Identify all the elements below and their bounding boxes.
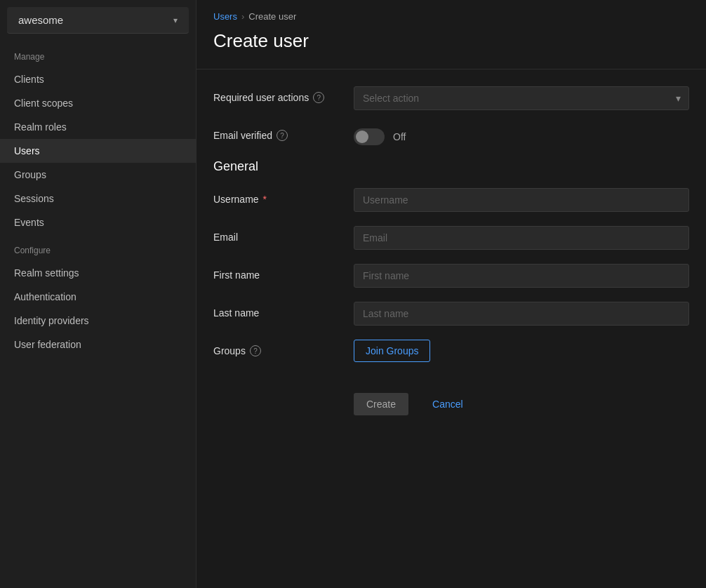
sidebar-item-events[interactable]: Events xyxy=(0,211,196,234)
email-verified-row: Email verified ? Off xyxy=(213,124,689,145)
last-name-control-wrap xyxy=(354,302,689,326)
create-button[interactable]: Create xyxy=(354,393,408,415)
create-user-form: Required user actions ? Select action Em… xyxy=(197,86,706,432)
username-label: Username * xyxy=(213,188,340,205)
required-user-actions-select-wrapper: Select action xyxy=(354,86,689,110)
email-row: Email xyxy=(213,226,689,250)
username-row: Username * xyxy=(213,188,689,212)
email-control-wrap xyxy=(354,226,689,250)
action-buttons: Create Cancel xyxy=(213,376,689,432)
manage-section-label: Manage xyxy=(0,41,196,67)
email-verified-label: Email verified ? xyxy=(213,124,340,141)
configure-section-label: Configure xyxy=(0,234,196,261)
groups-row: Groups ? Join Groups xyxy=(213,340,689,362)
required-user-actions-row: Required user actions ? Select action xyxy=(213,86,689,110)
breadcrumb: Users › Create user xyxy=(197,0,706,27)
realm-chevron: ▾ xyxy=(173,15,178,25)
required-user-actions-select[interactable]: Select action xyxy=(354,86,689,110)
general-section-heading: General xyxy=(213,159,689,174)
main-content: Users › Create user Create user Required… xyxy=(197,0,706,588)
sidebar: awesome ▾ Manage Clients Client scopes R… xyxy=(0,0,197,588)
username-control-wrap xyxy=(354,188,689,212)
required-user-actions-help-icon[interactable]: ? xyxy=(313,92,324,103)
last-name-label: Last name xyxy=(213,302,340,319)
sidebar-item-sessions[interactable]: Sessions xyxy=(0,187,196,211)
realm-selector[interactable]: awesome ▾ xyxy=(7,7,189,34)
last-name-input[interactable] xyxy=(354,302,689,326)
cancel-button[interactable]: Cancel xyxy=(420,393,476,415)
username-input[interactable] xyxy=(354,188,689,212)
join-groups-button[interactable]: Join Groups xyxy=(354,340,430,362)
first-name-control-wrap xyxy=(354,264,689,288)
first-name-input[interactable] xyxy=(354,264,689,288)
email-verified-help-icon[interactable]: ? xyxy=(277,130,288,141)
required-user-actions-label: Required user actions ? xyxy=(213,86,340,103)
groups-label: Groups ? xyxy=(213,340,340,356)
page-title: Create user xyxy=(197,27,706,69)
sidebar-item-authentication[interactable]: Authentication xyxy=(0,285,196,309)
realm-name: awesome xyxy=(18,14,63,26)
email-verified-off-label: Off xyxy=(393,131,406,142)
sidebar-item-clients[interactable]: Clients xyxy=(0,67,196,91)
email-verified-toggle[interactable] xyxy=(354,128,385,145)
groups-help-icon[interactable]: ? xyxy=(250,345,261,356)
sidebar-item-identity-providers[interactable]: Identity providers xyxy=(0,309,196,333)
page-divider xyxy=(197,69,706,69)
sidebar-item-realm-roles[interactable]: Realm roles xyxy=(0,115,196,139)
last-name-row: Last name xyxy=(213,302,689,326)
sidebar-item-users[interactable]: Users xyxy=(0,139,196,163)
email-verified-toggle-wrap: Off xyxy=(354,124,406,145)
groups-control-wrap: Join Groups xyxy=(354,340,689,362)
toggle-slider xyxy=(354,128,385,145)
email-label: Email xyxy=(213,226,340,243)
username-required-star: * xyxy=(263,194,267,205)
sidebar-item-user-federation[interactable]: User federation xyxy=(0,333,196,356)
breadcrumb-current: Create user xyxy=(248,11,296,22)
sidebar-item-client-scopes[interactable]: Client scopes xyxy=(0,91,196,115)
first-name-label: First name xyxy=(213,264,340,281)
email-input[interactable] xyxy=(354,226,689,250)
sidebar-item-realm-settings[interactable]: Realm settings xyxy=(0,261,196,285)
breadcrumb-users-link[interactable]: Users xyxy=(213,11,237,22)
sidebar-item-groups[interactable]: Groups xyxy=(0,163,196,187)
first-name-row: First name xyxy=(213,264,689,288)
breadcrumb-separator: › xyxy=(241,11,244,22)
